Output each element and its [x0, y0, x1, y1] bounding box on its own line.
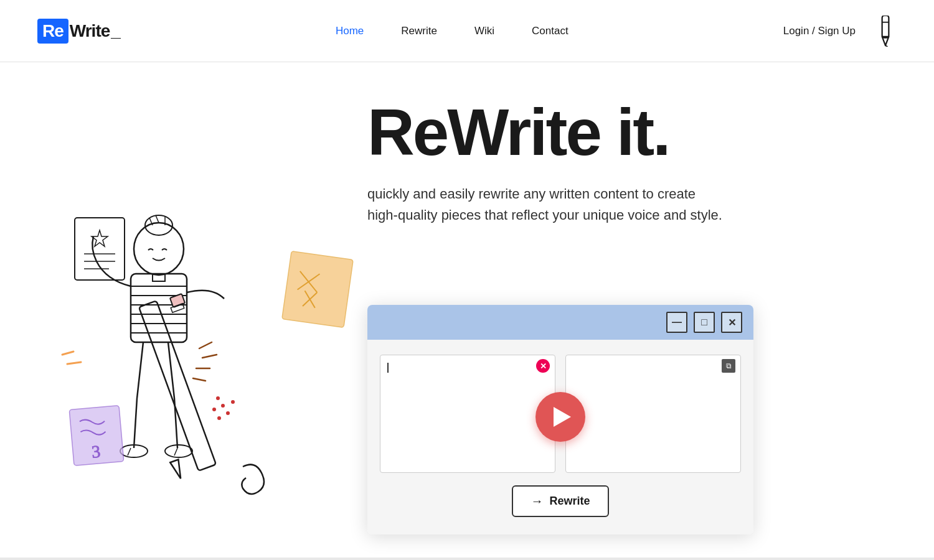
rewrite-button-label: Rewrite	[549, 495, 590, 508]
svg-rect-0	[882, 16, 889, 38]
svg-rect-36	[282, 251, 353, 328]
svg-line-35	[67, 362, 81, 364]
logo-write: Write	[70, 21, 110, 41]
hero-illustration: 3	[0, 62, 386, 560]
svg-line-31	[202, 355, 217, 358]
svg-point-46	[226, 411, 230, 415]
svg-line-30	[199, 342, 212, 348]
pen-icon	[874, 16, 897, 47]
window-output-panel: ⧉	[565, 355, 741, 473]
window-body: ✕ ⧉ →	[367, 340, 753, 534]
window-minimize-button[interactable]: —	[666, 312, 687, 333]
nav-right: Login / Sign Up	[783, 16, 897, 47]
nav-link-contact[interactable]: Contact	[532, 25, 568, 37]
hero-title: ReWrite it.	[367, 100, 909, 165]
svg-rect-17	[75, 218, 125, 280]
nav-link-home[interactable]: Home	[336, 25, 364, 37]
logo[interactable]: Re Write _	[37, 19, 121, 44]
logo-re: Re	[37, 19, 68, 44]
svg-marker-23	[170, 460, 184, 480]
bottom-bar	[0, 558, 934, 560]
svg-line-34	[62, 352, 73, 355]
svg-point-27	[165, 445, 192, 457]
nav-links: Home Rewrite Wiki Contact	[336, 25, 568, 37]
nav-link-rewrite[interactable]: Rewrite	[401, 25, 437, 37]
svg-point-43	[216, 396, 220, 400]
svg-line-33	[193, 378, 205, 381]
svg-marker-18	[92, 230, 108, 246]
nav-item-contact[interactable]: Contact	[532, 25, 568, 37]
login-link[interactable]: Login / Sign Up	[783, 25, 856, 37]
svg-line-29	[174, 448, 177, 455]
svg-point-47	[217, 416, 221, 420]
nav-item-home[interactable]: Home	[336, 25, 364, 37]
play-button[interactable]	[535, 392, 585, 442]
hero-section: 3 ReWrite it. quickly and easily rewrite…	[0, 62, 934, 560]
panel-copy-button[interactable]: ⧉	[722, 359, 735, 373]
app-window: — □ ✕ ✕ ⧉	[367, 305, 753, 534]
play-triangle-icon	[554, 407, 571, 427]
rewrite-button[interactable]: → Rewrite	[512, 485, 608, 517]
arrow-right-icon: →	[531, 494, 543, 508]
nav-item-rewrite[interactable]: Rewrite	[401, 25, 437, 37]
hero-subtitle: quickly and easily rewrite any written c…	[367, 184, 729, 226]
svg-text:3: 3	[91, 442, 101, 462]
nav-item-wiki[interactable]: Wiki	[474, 25, 494, 37]
window-maximize-button[interactable]: □	[694, 312, 715, 333]
window-input-panel[interactable]: ✕	[380, 355, 555, 473]
svg-line-14	[156, 215, 159, 223]
svg-point-48	[231, 400, 235, 404]
navbar: Re Write _ Home Rewrite Wiki Contact Log…	[0, 0, 934, 62]
svg-point-44	[221, 404, 225, 408]
window-close-button[interactable]: ✕	[721, 312, 742, 333]
logo-cursor: _	[111, 21, 121, 41]
panel-close-button[interactable]: ✕	[536, 359, 550, 373]
svg-point-45	[212, 408, 216, 411]
rewrite-btn-row: → Rewrite	[380, 485, 741, 517]
hero-content: ReWrite it. quickly and easily rewrite a…	[367, 100, 909, 251]
window-titlebar: — □ ✕	[367, 305, 753, 340]
nav-link-wiki[interactable]: Wiki	[474, 25, 494, 37]
text-cursor	[387, 363, 389, 373]
svg-point-11	[134, 223, 184, 275]
svg-line-2	[885, 45, 888, 47]
svg-line-28	[128, 448, 131, 455]
illustration-svg: 3	[0, 62, 374, 560]
